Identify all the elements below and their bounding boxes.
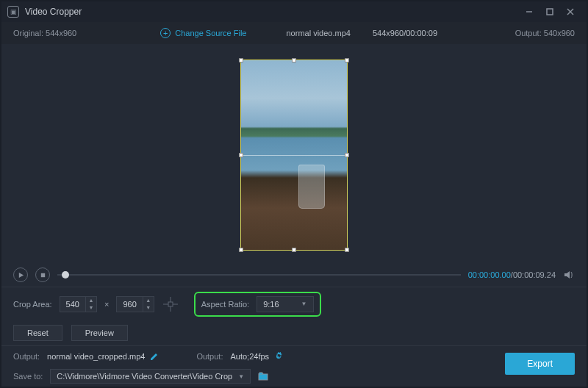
change-source-label: Change Source File — [175, 29, 246, 37]
save-to-label: Save to: — [13, 372, 43, 381]
center-align-button[interactable] — [162, 295, 179, 313]
playback-bar: 00:00:00.00/00:00:09.24 — [1, 263, 587, 287]
output-settings-value: Auto;24fps — [230, 352, 269, 361]
chevron-down-icon: ▼ — [238, 373, 244, 380]
export-button[interactable]: Export — [505, 353, 575, 375]
aspect-ratio-select[interactable]: 9:16 ▼ — [257, 296, 313, 312]
crop-handle-top-right[interactable] — [345, 58, 349, 62]
crop-width-down[interactable]: ▼ — [86, 304, 96, 312]
crop-handle-mid-left[interactable] — [239, 153, 243, 157]
close-button[interactable] — [560, 1, 581, 22]
output-file-row: Output: normal video_cropped.mp4 Output:… — [1, 345, 587, 366]
crop-height-down[interactable]: ▼ — [143, 304, 154, 312]
timecode: 00:00:00.00/00:00:09.24 — [468, 270, 556, 279]
crop-width-input[interactable]: 540 ▲▼ — [60, 296, 97, 312]
output-dimensions: Output: 540x960 — [515, 29, 575, 37]
original-value: 544x960 — [46, 29, 76, 37]
crop-guide-line — [241, 155, 347, 156]
crop-handle-bottom-right[interactable] — [345, 248, 349, 252]
output-value: 540x960 — [544, 29, 575, 37]
gear-icon[interactable] — [273, 351, 284, 362]
save-to-value: C:\Vidmore\Vidmore Video Converter\Video… — [57, 372, 232, 381]
preview-button[interactable]: Preview — [71, 325, 128, 341]
volume-icon[interactable] — [563, 269, 575, 281]
crop-height-up[interactable]: ▲ — [143, 297, 154, 304]
save-to-select[interactable]: C:\Vidmore\Vidmore Video Converter\Video… — [50, 369, 251, 384]
stop-button[interactable] — [35, 267, 50, 282]
original-label: Original: — [13, 29, 43, 37]
chevron-down-icon: ▼ — [301, 301, 307, 307]
info-strip: Original: 544x960 + Change Source File n… — [1, 22, 587, 44]
current-time: 00:00:00.00 — [468, 270, 511, 279]
title-bar: ▣ Video Cropper — [1, 1, 587, 22]
output-label: Output: — [515, 29, 542, 37]
output-file-label: Output: — [13, 352, 40, 361]
svg-rect-11 — [259, 374, 268, 380]
svg-rect-10 — [168, 302, 173, 306]
total-time: /00:00:09.24 — [511, 270, 556, 279]
dimension-times: × — [104, 300, 109, 309]
crop-height-input[interactable]: 960 ▲▼ — [116, 296, 154, 312]
crop-height-value: 960 — [117, 300, 142, 309]
source-dims-time: 544x960/00:00:09 — [373, 29, 437, 37]
svg-rect-5 — [40, 273, 44, 276]
seek-bar[interactable] — [57, 274, 461, 276]
seek-knob[interactable] — [62, 271, 69, 279]
play-button[interactable] — [13, 267, 28, 282]
svg-marker-4 — [18, 272, 23, 277]
minimize-button[interactable] — [519, 1, 539, 22]
crop-handle-top-left[interactable] — [239, 58, 243, 62]
window-title: Video Cropper — [25, 7, 82, 17]
change-source-button[interactable]: + Change Source File — [160, 28, 246, 38]
edit-filename-icon[interactable] — [149, 351, 159, 362]
app-logo-icon: ▣ — [7, 6, 19, 18]
original-dimensions: Original: 544x960 — [13, 29, 76, 37]
reset-preview-row: Reset Preview — [1, 320, 587, 345]
crop-handle-bottom-left[interactable] — [239, 248, 243, 252]
crop-frame[interactable] — [240, 60, 348, 251]
crop-handle-top-mid[interactable] — [292, 58, 296, 62]
maximize-button[interactable] — [539, 1, 560, 22]
svg-rect-1 — [547, 9, 553, 15]
crop-area-label: Crop Area: — [13, 300, 52, 309]
crop-handle-bottom-mid[interactable] — [292, 248, 296, 252]
crop-controls-row: Crop Area: 540 ▲▼ × 960 ▲▼ Aspect Ratio:… — [1, 287, 587, 320]
plus-circle-icon: + — [160, 28, 171, 38]
open-folder-icon[interactable] — [258, 371, 268, 381]
source-filename: normal video.mp4 — [286, 29, 350, 37]
output-settings-label: Output: — [196, 352, 223, 361]
crop-width-up[interactable]: ▲ — [86, 297, 96, 304]
output-file-value: normal video_cropped.mp4 — [47, 352, 145, 361]
crop-handle-mid-right[interactable] — [345, 153, 349, 157]
aspect-ratio-value: 9:16 — [263, 300, 279, 309]
reset-button[interactable]: Reset — [13, 325, 62, 341]
save-to-row: Save to: C:\Vidmore\Vidmore Video Conver… — [1, 366, 587, 387]
aspect-ratio-label: Aspect Ratio: — [201, 300, 249, 309]
crop-width-value: 540 — [60, 300, 85, 309]
aspect-ratio-highlight: Aspect Ratio: 9:16 ▼ — [194, 292, 321, 317]
preview-area — [1, 44, 587, 263]
